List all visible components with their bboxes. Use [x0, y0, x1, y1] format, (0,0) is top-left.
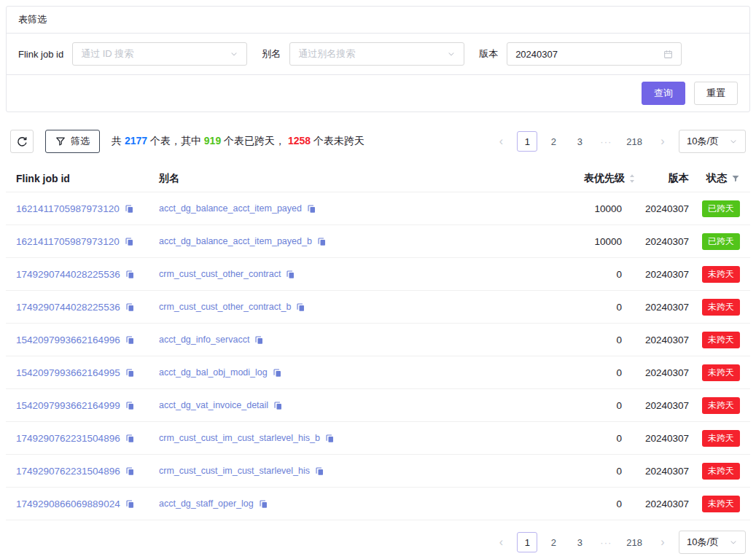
cell-flink-job-id: 1749290762231504896: [16, 433, 159, 444]
flink-job-id-placeholder: 通过 ID 搜索: [81, 47, 133, 60]
flink-job-id-link[interactable]: 1749290744028225536: [16, 269, 120, 280]
copy-icon[interactable]: [125, 204, 134, 214]
flink-job-id-select[interactable]: 通过 ID 搜索: [72, 42, 247, 66]
alias-link[interactable]: acct_dg_staff_oper_log: [159, 499, 254, 509]
pagination-page[interactable]: 2: [543, 131, 564, 152]
flink-job-id-label: Flink job id: [18, 49, 63, 60]
copy-icon[interactable]: [296, 302, 305, 312]
cell-flink-job-id: 1542097993662164999: [16, 400, 159, 411]
cell-alias: crm_cust_cust_im_cust_starlevel_his: [159, 466, 483, 476]
priority-value: 0: [616, 400, 622, 411]
pagination-page[interactable]: 218: [622, 532, 647, 552]
table-row: 1749290744028225536 crm_cust_cust_other_…: [6, 258, 750, 291]
pagination-pages: 123···218: [517, 532, 647, 552]
bottom-pagination-area: ‹ 123···218 › 10条/页: [6, 531, 750, 554]
page-size-select[interactable]: 10条/页: [679, 130, 746, 153]
cell-flink-job-id: 1621411705987973120: [16, 203, 159, 214]
copy-icon[interactable]: [125, 434, 135, 443]
cell-version: 20240307: [622, 367, 689, 378]
copy-icon[interactable]: [125, 368, 135, 378]
cell-flink-job-id: 1542097993662164996: [16, 335, 159, 345]
pagination-page[interactable]: 1: [517, 131, 537, 152]
version-value: 20240307: [645, 466, 689, 477]
copy-icon[interactable]: [125, 499, 135, 509]
flink-job-id-link[interactable]: 1542097993662164995: [16, 367, 120, 378]
tables-table: Flink job id 别名 表优先级 版本 状态 1621411705987…: [6, 165, 750, 520]
alias-link[interactable]: crm_cust_cust_im_cust_starlevel_his_b: [159, 433, 320, 443]
copy-icon[interactable]: [307, 204, 316, 214]
copy-icon[interactable]: [125, 401, 135, 410]
column-header-priority[interactable]: 表优先级: [483, 172, 622, 185]
copy-icon[interactable]: [254, 335, 264, 345]
page-size-select[interactable]: 10条/页: [679, 531, 746, 554]
cell-version: 20240307: [622, 302, 689, 313]
cell-status: 未跨天: [689, 332, 740, 348]
reset-button[interactable]: 重置: [694, 82, 738, 105]
cell-status: 未跨天: [689, 463, 740, 480]
chevron-down-icon: [729, 137, 738, 146]
alias-link[interactable]: acct_dg_balance_acct_item_payed_b: [159, 236, 312, 246]
version-value: 20240307: [645, 269, 689, 280]
version-date-input[interactable]: 20240307: [507, 42, 682, 66]
alias-link[interactable]: acct_dg_bal_obj_modi_log: [159, 367, 268, 378]
cell-flink-job-id: 1542097993662164995: [16, 367, 159, 378]
pagination-page[interactable]: 3: [569, 131, 590, 152]
flink-job-id-link[interactable]: 1542097993662164996: [16, 335, 120, 345]
alias-select[interactable]: 通过别名搜索: [289, 42, 464, 66]
cell-version: 20240307: [622, 335, 689, 345]
cell-alias: acct_dg_bal_obj_modi_log: [159, 367, 483, 378]
copy-icon[interactable]: [125, 335, 135, 345]
pagination-prev-icon[interactable]: ‹: [491, 131, 511, 152]
status-badge: 未跨天: [702, 397, 740, 414]
query-button[interactable]: 查询: [642, 82, 685, 105]
flink-job-id-link[interactable]: 1542097993662164999: [16, 400, 120, 411]
flink-job-id-link[interactable]: 1621411705987973120: [16, 203, 120, 214]
alias-link[interactable]: crm_cust_cust_other_contract: [159, 269, 281, 279]
alias-link[interactable]: crm_cust_cust_other_contract_b: [159, 302, 291, 312]
cell-version: 20240307: [622, 433, 689, 444]
alias-link[interactable]: acct_dg_vat_invoice_detail: [159, 400, 268, 410]
copy-icon[interactable]: [325, 434, 335, 443]
pagination-prev-icon[interactable]: ‹: [491, 532, 511, 552]
cell-priority: 0: [483, 335, 622, 345]
copy-icon[interactable]: [315, 466, 324, 476]
copy-icon[interactable]: [317, 237, 327, 246]
cell-flink-job-id: 1749290744028225536: [16, 302, 159, 313]
copy-icon[interactable]: [125, 270, 135, 279]
pagination-ellipsis[interactable]: ···: [596, 131, 616, 152]
version-value: 20240307: [645, 335, 689, 345]
pagination-page[interactable]: 2: [543, 532, 564, 552]
alias-link[interactable]: crm_cust_cust_im_cust_starlevel_his: [159, 466, 310, 476]
copy-icon[interactable]: [125, 237, 134, 246]
flink-job-id-link[interactable]: 1621411705987973120: [16, 236, 120, 247]
version-value: 20240307: [645, 367, 689, 378]
version-value: 20240307: [645, 400, 689, 411]
alias-link[interactable]: acct_dg_balance_acct_item_payed: [159, 203, 302, 214]
cell-flink-job-id: 1749290866069889024: [16, 499, 159, 509]
pagination-page[interactable]: 3: [569, 532, 590, 552]
copy-icon[interactable]: [125, 466, 135, 476]
flink-job-id-link[interactable]: 1749290866069889024: [16, 499, 120, 509]
cell-alias: acct_dg_balance_acct_item_payed_b: [159, 236, 483, 246]
column-filter-icon[interactable]: [731, 174, 740, 183]
copy-icon[interactable]: [273, 401, 283, 410]
flink-job-id-link[interactable]: 1749290744028225536: [16, 302, 120, 313]
priority-value: 0: [616, 466, 622, 477]
alias-link[interactable]: acct_dg_info_servacct: [159, 335, 249, 345]
copy-icon[interactable]: [125, 302, 135, 312]
refresh-button[interactable]: [10, 130, 34, 153]
version-value: 20240307: [645, 499, 689, 509]
table-row: 1542097993662164999 acct_dg_vat_invoice_…: [6, 389, 750, 422]
copy-icon[interactable]: [286, 270, 295, 279]
copy-icon[interactable]: [273, 368, 282, 378]
pagination-page[interactable]: 1: [517, 532, 537, 552]
flink-job-id-link[interactable]: 1749290762231504896: [16, 466, 120, 477]
filter-toggle-button[interactable]: 筛选: [45, 130, 100, 153]
flink-job-id-link[interactable]: 1749290762231504896: [16, 433, 120, 444]
copy-icon[interactable]: [259, 499, 268, 509]
pagination-ellipsis[interactable]: ···: [596, 532, 616, 552]
pagination-next-icon[interactable]: ›: [652, 131, 673, 152]
pagination-next-icon[interactable]: ›: [652, 532, 673, 552]
pagination-page[interactable]: 218: [622, 131, 647, 152]
status-badge: 未跨天: [702, 430, 740, 447]
